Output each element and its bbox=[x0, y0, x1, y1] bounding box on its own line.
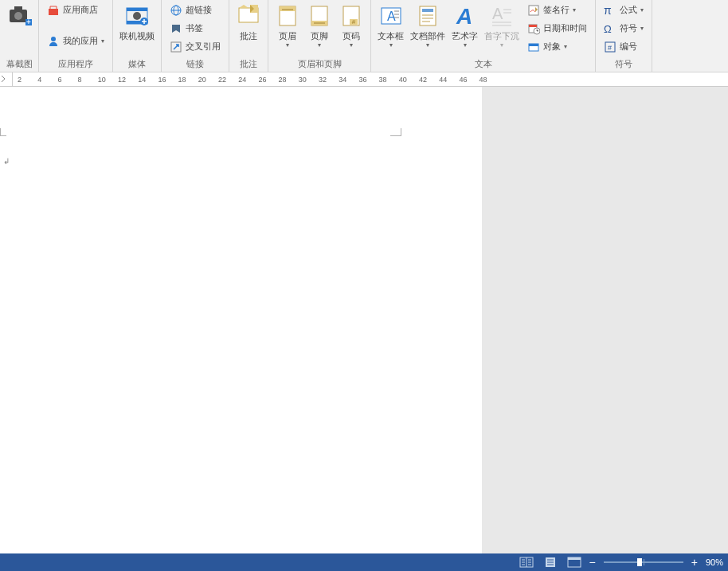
group-label: 符号 bbox=[599, 57, 648, 72]
group-comments: 批注 批注 bbox=[229, 0, 268, 72]
label: 页码 bbox=[342, 30, 360, 41]
ruler-tick: 12 bbox=[118, 76, 126, 84]
svg-text:+: + bbox=[26, 18, 31, 26]
svg-point-5 bbox=[51, 37, 56, 41]
group-label: 文本 bbox=[374, 57, 592, 72]
bookmark-button[interactable]: 书签 bbox=[168, 20, 222, 37]
ruler-tick: 40 bbox=[399, 76, 407, 84]
zoom-slider[interactable] bbox=[604, 561, 683, 563]
group-screenshot: + 幕截图 bbox=[0, 0, 39, 72]
svg-point-2 bbox=[14, 12, 22, 20]
crossref-icon bbox=[170, 41, 182, 53]
svg-text:A: A bbox=[387, 10, 396, 23]
comment-button[interactable]: 批注 bbox=[233, 2, 264, 43]
number-button[interactable]: # 编号 bbox=[602, 38, 645, 55]
header-button[interactable]: 页眉 ▾ bbox=[272, 2, 303, 50]
group-label: 应用程序 bbox=[42, 57, 109, 72]
wordart-button[interactable]: A 艺术字 ▾ bbox=[448, 2, 481, 50]
svg-text:#: # bbox=[352, 18, 356, 25]
ruler-track: 2468101214161820222426283032343638404244… bbox=[13, 72, 728, 86]
label: 文本框 bbox=[378, 30, 404, 41]
chevron-down-icon: ▾ bbox=[640, 25, 644, 32]
hyperlink-button[interactable]: 超链接 bbox=[168, 2, 222, 18]
margin-mark-right bbox=[390, 128, 401, 136]
label: 公式 bbox=[620, 4, 637, 16]
print-layout-button[interactable] bbox=[543, 557, 558, 568]
chevron-down-icon: ▾ bbox=[564, 43, 567, 50]
comment-icon bbox=[236, 3, 261, 29]
ribbon: + 幕截图 应用商店 我的应用 ▾ 应用程序 bbox=[0, 0, 728, 72]
zoom-out-button[interactable]: − bbox=[586, 556, 599, 569]
ruler-tick: 24 bbox=[238, 76, 246, 84]
group-headerfooter: 页眉 ▾ 页脚 ▾ # 页码 ▾ 页眉和页脚 bbox=[268, 0, 371, 72]
ruler-tick: 2 bbox=[18, 76, 22, 84]
read-mode-button[interactable] bbox=[519, 557, 534, 568]
slider-thumb[interactable] bbox=[637, 558, 642, 566]
ruler-tick: 14 bbox=[138, 76, 146, 84]
ruler-tick: 28 bbox=[279, 76, 287, 84]
symbol-button[interactable]: Ω 符号 ▾ bbox=[602, 20, 645, 37]
label: 编号 bbox=[620, 41, 637, 53]
label: 超链接 bbox=[186, 4, 212, 16]
parts-icon bbox=[415, 3, 440, 29]
my-apps-button[interactable]: 我的应用 ▾ bbox=[45, 33, 106, 49]
chevron-down-icon: ▾ bbox=[389, 41, 393, 49]
ruler-tick: 44 bbox=[439, 76, 447, 84]
chevron-down-icon: ▾ bbox=[500, 41, 503, 49]
ruler-tick: 48 bbox=[479, 76, 487, 84]
equation-button[interactable]: π 公式 ▾ bbox=[602, 2, 645, 18]
svg-rect-1 bbox=[14, 6, 22, 11]
footer-icon bbox=[307, 3, 332, 29]
ruler-tick: 38 bbox=[379, 76, 387, 84]
zoom-in-button[interactable]: + bbox=[688, 556, 701, 569]
chevron-down-icon: ▾ bbox=[573, 6, 576, 14]
group-label: 幕截图 bbox=[3, 57, 35, 72]
group-label: 链接 bbox=[165, 57, 225, 72]
label: 联机视频 bbox=[119, 30, 155, 41]
label: 书签 bbox=[186, 22, 203, 34]
bookmark-icon bbox=[170, 22, 182, 35]
web-layout-button[interactable] bbox=[567, 557, 581, 568]
screenshot-button[interactable]: + bbox=[3, 2, 35, 32]
ruler-tick: 32 bbox=[319, 76, 327, 84]
chevron-down-icon: ▾ bbox=[464, 41, 467, 49]
datetime-icon bbox=[527, 22, 540, 35]
ruler-tick: 8 bbox=[78, 76, 82, 84]
label: 我的应用 bbox=[63, 35, 98, 47]
crossref-button[interactable]: 交叉引用 bbox=[168, 38, 222, 55]
chevron-down-icon: ▾ bbox=[350, 41, 353, 49]
hyperlink-icon bbox=[170, 4, 182, 17]
document-page[interactable]: ↲ bbox=[0, 87, 482, 553]
pagenum-icon: # bbox=[339, 3, 364, 29]
footer-button[interactable]: 页脚 ▾ bbox=[303, 2, 335, 50]
pagenum-button[interactable]: # 页码 ▾ bbox=[335, 2, 367, 50]
ruler-tick: 42 bbox=[419, 76, 427, 84]
object-button[interactable]: 对象 ▾ bbox=[526, 38, 589, 55]
margin-mark-left bbox=[0, 128, 6, 136]
camera-icon: + bbox=[6, 3, 32, 29]
label: 批注 bbox=[240, 30, 257, 41]
label: 页脚 bbox=[311, 30, 328, 41]
chevron-down-icon: ▾ bbox=[101, 37, 104, 45]
signature-icon bbox=[527, 4, 540, 17]
zoom-percent[interactable]: 90% bbox=[706, 557, 723, 567]
doc-parts-button[interactable]: 文档部件 ▾ bbox=[407, 2, 448, 50]
header-icon bbox=[275, 3, 300, 29]
textbox-button[interactable]: A 文本框 ▾ bbox=[374, 2, 407, 50]
ruler-tick: 18 bbox=[178, 76, 186, 84]
video-icon bbox=[124, 3, 150, 29]
svg-text:π: π bbox=[604, 4, 612, 17]
slider-midpoint bbox=[644, 559, 644, 565]
dropcap-icon: A bbox=[489, 3, 515, 29]
horizontal-ruler[interactable]: 2468101214161820222426283032343638404244… bbox=[0, 72, 728, 87]
label: 页眉 bbox=[279, 30, 296, 41]
chevron-down-icon: ▾ bbox=[426, 41, 429, 49]
label: 文档部件 bbox=[410, 30, 445, 41]
datetime-button[interactable]: 日期和时间 bbox=[526, 20, 589, 37]
store-icon bbox=[47, 4, 60, 17]
online-video-button[interactable]: 联机视频 bbox=[116, 2, 158, 43]
label: 签名行 bbox=[543, 4, 569, 16]
app-store-button[interactable]: 应用商店 bbox=[45, 2, 106, 18]
chevron-down-icon: ▾ bbox=[318, 41, 321, 49]
signature-line-button[interactable]: 签名行 ▾ bbox=[526, 2, 589, 18]
